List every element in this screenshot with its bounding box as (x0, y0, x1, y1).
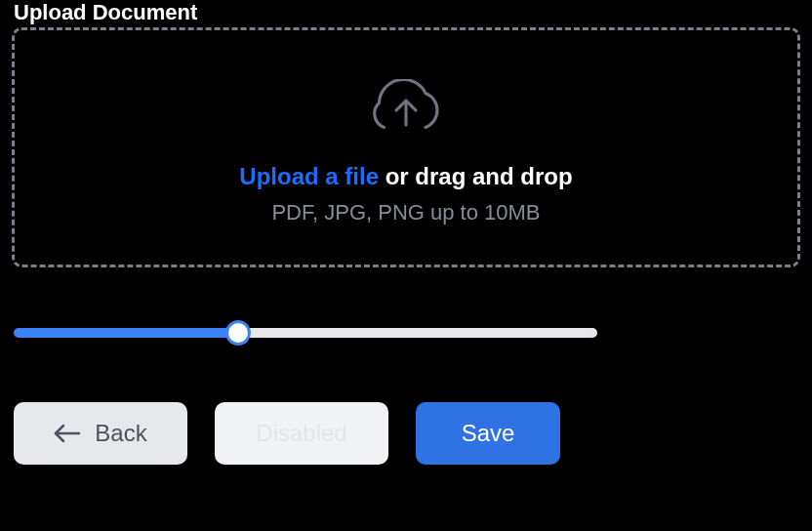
cloud-upload-icon (367, 79, 445, 142)
upload-dropzone[interactable]: Upload a file or drag and drop PDF, JPG,… (12, 27, 800, 267)
arrow-left-icon (54, 424, 81, 443)
upload-drag-text: or drag and drop (379, 163, 573, 189)
slider-container (12, 324, 597, 342)
upload-section-label: Upload Document (14, 0, 800, 25)
progress-slider[interactable] (14, 328, 597, 338)
back-button[interactable]: Back (14, 402, 187, 465)
save-button-label: Save (462, 420, 515, 447)
save-button[interactable]: Save (416, 402, 560, 465)
upload-hint: PDF, JPG, PNG up to 10MB (271, 200, 540, 225)
disabled-button-label: Disabled (256, 420, 346, 447)
upload-instruction: Upload a file or drag and drop (239, 163, 572, 190)
back-button-label: Back (95, 420, 146, 447)
upload-file-link[interactable]: Upload a file (239, 163, 379, 189)
disabled-button: Disabled (215, 402, 388, 465)
button-row: Back Disabled Save (12, 402, 800, 465)
